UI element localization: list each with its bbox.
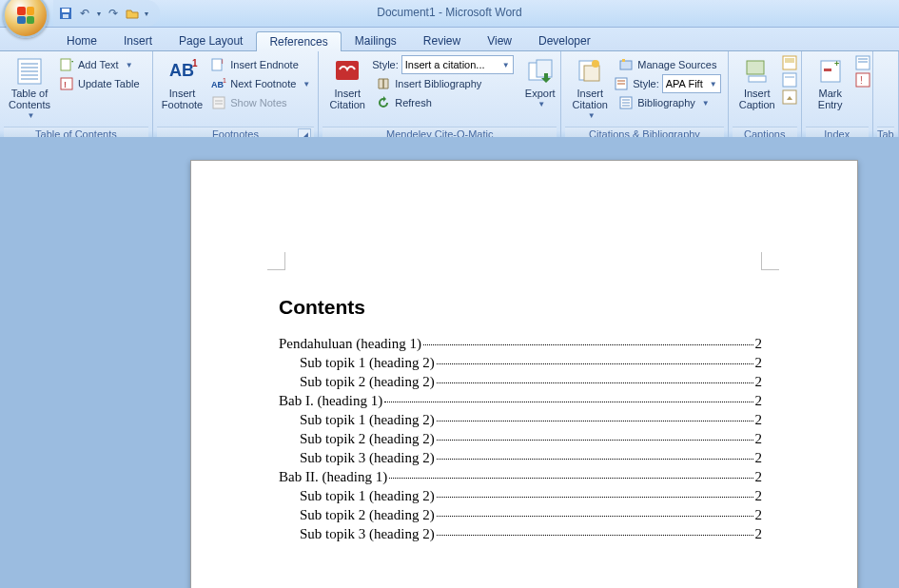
mendeley-insert-bibliography-button[interactable]: Insert Bibliography: [372, 74, 514, 93]
svg-rect-9: [61, 59, 70, 70]
toc-page: 2: [755, 488, 763, 504]
toc-heading: Contents: [279, 296, 762, 319]
tab-developer[interactable]: Developer: [525, 30, 604, 50]
endnote-icon: i: [211, 57, 226, 72]
toc-entry[interactable]: Sub topik 2 (heading 2)2: [279, 507, 762, 523]
mendeley-style-combo[interactable]: Insert a citation... ▼: [401, 55, 514, 74]
document-content[interactable]: Contents Pendahuluan (heading 1)2Sub top…: [279, 296, 762, 545]
svg-text:!: !: [860, 75, 863, 86]
toc-entry[interactable]: Pendahuluan (heading 1)2: [279, 336, 762, 352]
label: Table of Contents: [9, 88, 50, 110]
combo-value: APA Fift: [666, 78, 703, 89]
caption-icon: [742, 56, 772, 87]
footnote-icon: AB1: [167, 56, 198, 87]
index-opt2-icon[interactable]: !: [855, 72, 870, 88]
caption-opt2-icon[interactable]: [782, 72, 797, 88]
tab-references[interactable]: References: [256, 31, 341, 51]
toc-entry[interactable]: Sub topik 1 (heading 2)2: [279, 412, 762, 428]
tab-mailings[interactable]: Mailings: [342, 30, 410, 50]
insert-footnote-button[interactable]: AB1 Insert Footnote: [157, 53, 207, 113]
tab-insert[interactable]: Insert: [110, 30, 166, 50]
label: Insert Endnote: [230, 59, 299, 70]
tab-home[interactable]: Home: [53, 30, 110, 50]
bibliography-button[interactable]: Bibliography▼: [615, 93, 721, 112]
toc-entry[interactable]: Bab II. (heading 1)2: [279, 469, 762, 485]
label: Add Text: [78, 59, 119, 70]
office-logo-icon: [17, 7, 34, 24]
label: Insert Citation: [330, 88, 365, 110]
mark-entry-button[interactable]: + Mark Entry: [806, 53, 855, 113]
svg-text:+: +: [834, 59, 839, 69]
toc-entry[interactable]: Sub topik 3 (heading 2)2: [279, 526, 762, 542]
group-mendeley: Insert Citation Style: Insert a citation…: [319, 51, 561, 141]
toc-page: 2: [755, 412, 763, 428]
qat-customize-dropdown[interactable]: ▼: [143, 5, 150, 22]
add-text-button[interactable]: + Add Text▼: [55, 55, 144, 74]
insert-caption-button[interactable]: Insert Caption: [733, 53, 782, 113]
mendeley-export-button[interactable]: Export ▼: [514, 53, 567, 111]
toc-page: 2: [755, 507, 763, 523]
open-icon[interactable]: [124, 5, 141, 22]
toc-entry[interactable]: Sub topik 3 (heading 2)2: [279, 450, 762, 466]
page[interactable]: Contents Pendahuluan (heading 1)2Sub top…: [190, 160, 858, 588]
mark-entry-icon: +: [815, 56, 846, 87]
svg-point-27: [592, 60, 599, 68]
combo-value: Insert a citation...: [405, 59, 485, 70]
mendeley-insert-citation-button[interactable]: Insert Citation: [322, 53, 372, 113]
redo-icon[interactable]: ↷: [105, 5, 122, 22]
toc-text: Sub topik 1 (heading 2): [300, 355, 435, 371]
toc-text: Sub topik 2 (heading 2): [300, 431, 435, 447]
mendeley-icon: [332, 56, 362, 87]
toc-page: 2: [755, 355, 763, 371]
toc-entry[interactable]: Bab I. (heading 1)2: [279, 393, 762, 409]
svg-rect-1: [62, 9, 69, 12]
group-captions: Insert Caption Captions: [729, 51, 802, 141]
index-opt1-icon[interactable]: [855, 55, 870, 70]
show-notes-button[interactable]: Show Notes: [207, 93, 314, 112]
save-icon[interactable]: [57, 5, 74, 22]
group-citations: Insert Citation ▼ Manage Sources Style: …: [561, 51, 728, 141]
manage-sources-icon: [618, 57, 634, 72]
svg-text:AB: AB: [169, 61, 194, 80]
svg-text:1: 1: [192, 58, 198, 69]
add-text-icon: +: [59, 57, 74, 72]
chevron-down-icon: ▼: [303, 80, 310, 88]
citation-style-combo[interactable]: APA Fift ▼: [662, 74, 721, 93]
update-table-icon: !: [59, 76, 74, 91]
svg-text:!: !: [64, 80, 67, 89]
undo-dropdown[interactable]: ▼: [95, 5, 103, 22]
undo-icon[interactable]: ↶: [76, 5, 93, 22]
margin-mark: [761, 252, 779, 270]
svg-rect-19: [213, 97, 225, 108]
insert-citation-button[interactable]: Insert Citation ▼: [565, 53, 615, 123]
next-footnote-icon: AB1: [211, 76, 226, 91]
bibliography-icon: [618, 95, 634, 110]
toc-leader: [437, 497, 753, 498]
document-area[interactable]: Contents Pendahuluan (heading 1)2Sub top…: [0, 137, 899, 588]
update-table-button[interactable]: ! Update Table: [55, 74, 144, 93]
toc-leader: [384, 402, 752, 402]
toc-entry[interactable]: Sub topik 2 (heading 2)2: [279, 374, 762, 390]
chevron-down-icon: ▼: [588, 111, 596, 120]
toc-entry[interactable]: Sub topik 2 (heading 2)2: [279, 431, 762, 447]
next-footnote-button[interactable]: AB1 Next Footnote▼: [207, 74, 314, 93]
tab-page-layout[interactable]: Page Layout: [166, 30, 256, 50]
caption-opt1-icon[interactable]: [782, 55, 797, 70]
tab-review[interactable]: Review: [410, 30, 474, 50]
svg-rect-38: [749, 76, 766, 82]
show-notes-icon: [211, 95, 226, 110]
citation-icon: [575, 56, 605, 87]
table-of-contents-button[interactable]: Table of Contents ▼: [4, 53, 55, 123]
insert-endnote-button[interactable]: i Insert Endnote: [207, 55, 314, 74]
mendeley-refresh-button[interactable]: Refresh: [372, 93, 514, 112]
toc-entry[interactable]: Sub topik 1 (heading 2)2: [279, 355, 762, 371]
manage-sources-button[interactable]: Manage Sources: [615, 55, 721, 74]
tab-view[interactable]: View: [474, 30, 525, 50]
style-label: Style:: [372, 59, 399, 70]
toc-leader: [389, 478, 752, 479]
svg-rect-47: [856, 56, 870, 69]
toc-entry[interactable]: Sub topik 1 (heading 2)2: [279, 488, 762, 504]
svg-text:i: i: [222, 58, 224, 65]
label: Manage Sources: [637, 59, 716, 70]
caption-opt3-icon[interactable]: [782, 89, 797, 105]
